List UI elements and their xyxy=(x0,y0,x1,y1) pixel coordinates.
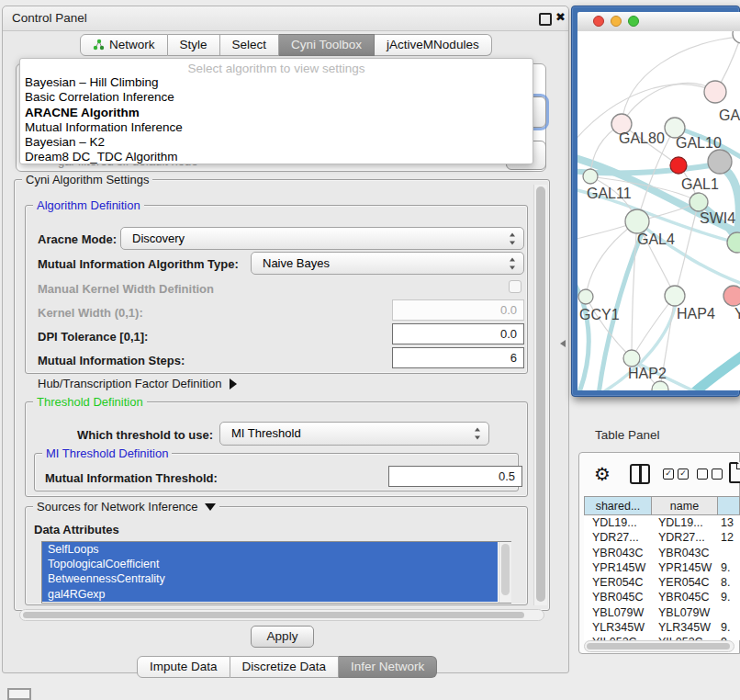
dpi-tolerance-field[interactable]: 0.0 xyxy=(392,323,524,344)
mi-algorithm-type-value: Naive Bayes xyxy=(263,256,330,270)
network-node[interactable] xyxy=(690,193,708,211)
close-icon[interactable]: ✖ xyxy=(555,10,566,24)
cyni-algorithm-settings-title: Cyni Algorithm Settings xyxy=(22,173,152,186)
tab-discretize-data[interactable]: Discretize Data xyxy=(230,656,340,678)
which-threshold-value: MI Threshold xyxy=(231,426,301,440)
algorithm-option[interactable]: Dream8 DC_TDC Algorithm xyxy=(20,150,533,164)
table-row[interactable]: YBR043CYBR043C xyxy=(584,546,740,560)
table-body[interactable]: YDL19...YDL19...13YDR27...YDR27...12YBR0… xyxy=(584,515,740,640)
mi-threshold-field[interactable]: 0.5 xyxy=(388,466,522,487)
network-window-titlebar[interactable] xyxy=(577,12,740,32)
select-all-checks-icon[interactable]: ✓ ✓ xyxy=(663,469,689,480)
sources-title-row[interactable]: Sources for Network Inference xyxy=(33,500,219,514)
table-cell xyxy=(718,546,740,560)
minimize-traffic-light[interactable] xyxy=(611,16,622,27)
network-node[interactable] xyxy=(578,289,593,304)
tab-cyni-toolbox[interactable]: Cyni Toolbox xyxy=(279,34,375,56)
table-header-row: shared... name xyxy=(584,496,740,515)
kernel-width-field[interactable]: 0.0 xyxy=(392,299,524,321)
zoom-traffic-light[interactable] xyxy=(628,16,639,27)
network-canvas[interactable]: GALGAL80GAL10GAL11GAL1SWI4GAL4GCY1HAP4YH… xyxy=(577,31,740,390)
algorithm-option[interactable]: Bayesian – Hill Climbing xyxy=(20,75,533,90)
manual-kernel-width-checkbox[interactable] xyxy=(509,280,521,293)
settings-scrollbar-track[interactable] xyxy=(533,185,547,605)
data-attributes-list[interactable]: SelfLoopsTopologicalCoefficientBetweenne… xyxy=(41,541,511,604)
attributes-scrollbar-track[interactable] xyxy=(499,542,511,603)
network-node-label: SWI4 xyxy=(700,210,735,226)
tab-style[interactable]: Style xyxy=(168,34,220,56)
network-node[interactable] xyxy=(733,31,740,43)
algorithm-option[interactable]: Mutual Information Inference xyxy=(20,120,533,135)
aracne-mode-combo[interactable]: Discovery xyxy=(120,227,524,250)
column-header-clipped[interactable] xyxy=(718,496,740,515)
checked-box-icon: ✓ xyxy=(678,469,689,480)
which-threshold-combo[interactable]: MI Threshold xyxy=(219,422,489,446)
hub-definition-expander[interactable]: Hub/Transcription Factor Definition xyxy=(38,377,237,390)
tab-impute-data[interactable]: Impute Data xyxy=(137,656,230,678)
table-row[interactable]: YLR345WYLR345W9. xyxy=(584,620,740,635)
algorithm-option[interactable]: ARACNE Algorithm xyxy=(20,106,533,120)
network-node[interactable] xyxy=(704,81,726,103)
algorithm-dropdown-placeholder: Select algorithm to view settings xyxy=(20,59,533,75)
network-node-label: GAL4 xyxy=(637,231,675,247)
network-node[interactable] xyxy=(623,350,640,367)
data-attribute-item[interactable]: SelfLoops xyxy=(42,542,498,557)
panel-splitter-arrow[interactable] xyxy=(560,340,566,347)
table-row[interactable]: YDR27...YDR27...12 xyxy=(584,530,740,545)
table-row[interactable]: YER054CYER054C8. xyxy=(584,575,740,590)
settings-hscrollbar-thumb[interactable] xyxy=(23,612,524,618)
column-header-shared-name[interactable]: shared... xyxy=(584,496,652,515)
gear-icon[interactable]: ⚙ xyxy=(594,463,611,485)
float-window-icon[interactable] xyxy=(539,13,552,26)
network-node-label: GAL80 xyxy=(619,130,665,146)
kernel-width-label: Kernel Width (0,1): xyxy=(38,306,143,320)
network-node-label: GAL10 xyxy=(676,135,722,151)
apply-button[interactable]: Apply xyxy=(251,626,314,648)
tab-jactivemnodules[interactable]: jActiveMNodules xyxy=(375,34,492,56)
data-attribute-item[interactable]: TopologicalCoefficient xyxy=(42,557,498,571)
table-cell: 9. xyxy=(718,560,740,575)
deselect-all-checks-icon[interactable] xyxy=(697,469,723,480)
network-node[interactable] xyxy=(583,169,598,184)
column-layout-icon[interactable] xyxy=(630,464,650,484)
table-row[interactable]: YDL19...YDL19...13 xyxy=(584,515,740,530)
unchecked-box-icon xyxy=(697,469,708,480)
column-header-name[interactable]: name xyxy=(652,496,718,515)
table-hscrollbar-thumb[interactable] xyxy=(587,643,730,649)
table-row[interactable]: YPR145WYPR145W9. xyxy=(584,560,740,575)
table-cell: YDL19... xyxy=(584,515,652,530)
export-table-icon[interactable] xyxy=(729,462,740,483)
table-row[interactable]: YBL079WYBL079W xyxy=(584,605,740,620)
tab-network[interactable]: Network xyxy=(80,34,168,56)
network-edge xyxy=(586,221,637,297)
minimized-panel-icon[interactable] xyxy=(7,688,31,700)
table-cell: YBR043C xyxy=(652,546,718,560)
attributes-scrollbar-thumb[interactable] xyxy=(501,544,510,595)
network-node[interactable] xyxy=(670,157,687,174)
tab-style-label: Style xyxy=(180,38,207,51)
network-node[interactable] xyxy=(727,232,740,253)
mi-algorithm-type-combo[interactable]: Naive Bayes xyxy=(251,252,524,275)
table-row[interactable]: YBR045CYBR045C9. xyxy=(584,590,740,604)
control-panel-titlebar[interactable]: Control Panel ✖ xyxy=(3,6,568,31)
network-node[interactable] xyxy=(625,209,649,233)
tab-discretize-data-label: Discretize Data xyxy=(242,660,327,673)
algorithm-option[interactable]: Bayesian – K2 xyxy=(20,135,533,150)
network-node[interactable] xyxy=(708,150,732,174)
algorithm-option[interactable]: Basic Correlation Inference xyxy=(20,90,533,105)
mi-steps-field[interactable]: 6 xyxy=(392,347,524,368)
data-attribute-item[interactable]: BetweennessCentrality xyxy=(42,571,498,586)
data-attribute-item[interactable]: gal4RGexp xyxy=(42,587,498,602)
table-cell: 12 xyxy=(718,530,740,545)
network-node[interactable] xyxy=(665,286,685,306)
mi-steps-label: Mutual Information Steps: xyxy=(38,354,185,367)
table-hscrollbar-track[interactable] xyxy=(584,640,734,652)
tab-select[interactable]: Select xyxy=(220,34,280,56)
settings-scrollbar-thumb[interactable] xyxy=(536,186,545,602)
settings-hscrollbar-track[interactable] xyxy=(19,609,544,621)
network-node[interactable] xyxy=(723,286,740,306)
close-traffic-light[interactable] xyxy=(593,16,604,27)
table-cell: YBR043C xyxy=(584,546,652,560)
tab-infer-network-label: Infer Network xyxy=(351,660,424,673)
tab-infer-network[interactable]: Infer Network xyxy=(339,656,437,678)
